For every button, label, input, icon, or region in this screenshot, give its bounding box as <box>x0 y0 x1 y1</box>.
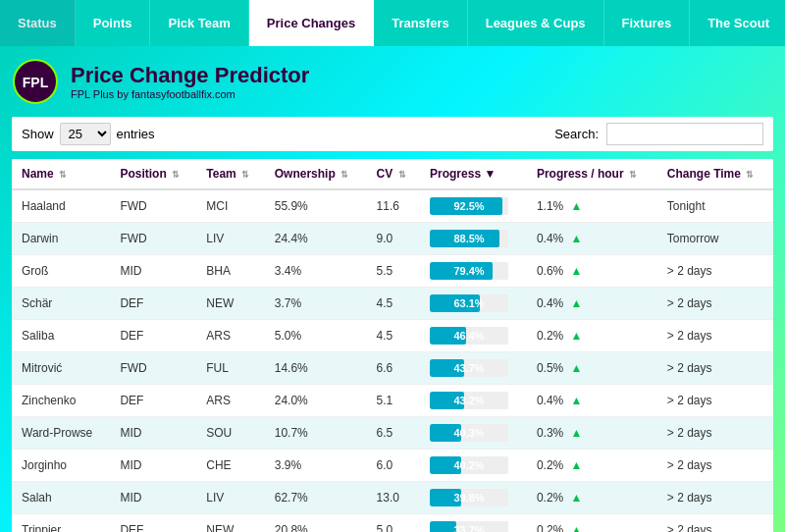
cell-change-time: > 2 days <box>657 320 773 352</box>
col-cv[interactable]: CV ⇅ <box>367 159 420 189</box>
fpl-logo: FPL <box>12 58 59 105</box>
table-controls: Show 25 10 50 100 entries Search: <box>12 117 773 151</box>
cell-progress-per-hour: 0.2% ▲ <box>527 320 657 352</box>
search-input[interactable] <box>606 123 763 145</box>
nav-leagues-cups[interactable]: Leagues & Cups <box>468 0 604 46</box>
cell-progress-per-hour: 0.2% ▲ <box>527 450 657 482</box>
cell-progress-per-hour: 0.4% ▲ <box>527 385 657 417</box>
cell-name: Mitrović <box>12 352 110 385</box>
table-row: Mitrović FWD FUL 14.6% 6.6 43.7% 0.5% ▲ … <box>12 352 773 385</box>
table-row: Schär DEF NEW 3.7% 4.5 63.1% 0.4% ▲ > 2 … <box>12 288 773 320</box>
entries-control: Show 25 10 50 100 entries <box>22 123 155 145</box>
cell-cv: 6.0 <box>367 450 420 482</box>
svg-text:FPL: FPL <box>23 75 49 90</box>
cell-change-time: > 2 days <box>657 385 773 417</box>
cell-position: MID <box>110 417 196 450</box>
col-progress-per-hour[interactable]: Progress / hour ⇅ <box>527 159 657 189</box>
nav-fixtures[interactable]: Fixtures <box>604 0 691 46</box>
nav-pick-team[interactable]: Pick Team <box>150 0 248 46</box>
cell-ownership: 14.6% <box>265 352 367 385</box>
col-position[interactable]: Position ⇅ <box>110 159 196 189</box>
cell-cv: 5.5 <box>367 255 420 288</box>
cell-ownership: 62.7% <box>265 482 367 514</box>
cell-position: MID <box>110 255 196 288</box>
header-text: Price Change Predictor FPL Plus by fanta… <box>71 63 309 100</box>
main-content: FPL Price Change Predictor FPL Plus by f… <box>0 46 785 532</box>
cell-change-time: Tomorrow <box>657 223 773 255</box>
cell-name: Trippier <box>12 514 110 533</box>
cell-position: FWD <box>110 223 196 255</box>
cell-cv: 9.0 <box>367 223 420 255</box>
table-row: Jorginho MID CHE 3.9% 6.0 40.2% 0.2% ▲ >… <box>12 450 773 482</box>
page-subtitle: FPL Plus by fantasyfootballfix.com <box>71 88 309 100</box>
cell-progress-per-hour: 0.6% ▲ <box>527 255 657 288</box>
col-change-time[interactable]: Change Time ⇅ <box>657 159 773 189</box>
cell-cv: 11.6 <box>367 189 420 223</box>
cell-position: DEF <box>110 385 196 417</box>
cell-change-time: > 2 days <box>657 514 773 533</box>
cell-ownership: 20.8% <box>265 514 367 533</box>
col-progress[interactable]: Progress ▼ <box>420 159 527 189</box>
cell-cv: 13.0 <box>367 482 420 514</box>
page-title: Price Change Predictor <box>71 63 309 88</box>
cell-progress: 33.7% <box>420 514 527 533</box>
cell-progress-per-hour: 0.4% ▲ <box>527 223 657 255</box>
cell-progress: 40.3% <box>420 417 527 450</box>
cell-progress-per-hour: 1.1% ▲ <box>527 189 657 223</box>
cell-team: SOU <box>196 417 264 450</box>
cell-progress: 92.5% <box>420 189 527 223</box>
cell-ownership: 3.4% <box>265 255 367 288</box>
table-row: Saliba DEF ARS 5.0% 4.5 46.4% 0.2% ▲ > 2… <box>12 320 773 352</box>
search-control: Search: <box>554 123 763 145</box>
cell-cv: 4.5 <box>367 320 420 352</box>
cell-cv: 5.1 <box>367 385 420 417</box>
cell-ownership: 5.0% <box>265 320 367 352</box>
cell-team: ARS <box>196 320 264 352</box>
cell-change-time: > 2 days <box>657 417 773 450</box>
cell-name: Ward-Prowse <box>12 417 110 450</box>
cell-name: Zinchenko <box>12 385 110 417</box>
cell-position: FWD <box>110 352 196 385</box>
cell-cv: 4.5 <box>367 288 420 320</box>
cell-progress-per-hour: 0.4% ▲ <box>527 288 657 320</box>
cell-progress: 79.4% <box>420 255 527 288</box>
cell-ownership: 55.9% <box>265 189 367 223</box>
cell-team: FUL <box>196 352 264 385</box>
nav-status[interactable]: Status <box>0 0 76 46</box>
entries-label: entries <box>117 127 155 141</box>
nav-price-changes[interactable]: Price Changes <box>249 0 374 46</box>
table-row: Darwin FWD LIV 24.4% 9.0 88.5% 0.4% ▲ To… <box>12 223 773 255</box>
cell-name: Jorginho <box>12 450 110 482</box>
cell-position: MID <box>110 450 196 482</box>
nav-points[interactable]: Points <box>76 0 151 46</box>
entries-select[interactable]: 25 10 50 100 <box>60 123 111 145</box>
nav-the-scout[interactable]: The Scout <box>690 0 785 46</box>
cell-team: LIV <box>196 482 264 514</box>
table-row: Groß MID BHA 3.4% 5.5 79.4% 0.6% ▲ > 2 d… <box>12 255 773 288</box>
cell-position: MID <box>110 482 196 514</box>
navigation: Status Points Pick Team Price Changes Tr… <box>0 0 785 46</box>
cell-change-time: > 2 days <box>657 450 773 482</box>
cell-change-time: > 2 days <box>657 352 773 385</box>
page-header: FPL Price Change Predictor FPL Plus by f… <box>12 58 773 105</box>
price-change-table: Name ⇅ Position ⇅ Team ⇅ Ownership ⇅ CV … <box>12 159 773 532</box>
cell-name: Groß <box>12 255 110 288</box>
table-body: Haaland FWD MCI 55.9% 11.6 92.5% 1.1% ▲ … <box>12 189 773 532</box>
cell-progress: 40.2% <box>420 450 527 482</box>
cell-position: DEF <box>110 514 196 533</box>
cell-change-time: > 2 days <box>657 482 773 514</box>
nav-transfers[interactable]: Transfers <box>374 0 468 46</box>
col-name[interactable]: Name ⇅ <box>12 159 110 189</box>
cell-change-time: > 2 days <box>657 288 773 320</box>
search-label: Search: <box>554 127 599 141</box>
cell-change-time: > 2 days <box>657 255 773 288</box>
cell-team: BHA <box>196 255 264 288</box>
cell-progress: 88.5% <box>420 223 527 255</box>
table-row: Salah MID LIV 62.7% 13.0 39.8% 0.2% ▲ > … <box>12 482 773 514</box>
cell-cv: 6.6 <box>367 352 420 385</box>
cell-team: CHE <box>196 450 264 482</box>
col-ownership[interactable]: Ownership ⇅ <box>265 159 367 189</box>
col-team[interactable]: Team ⇅ <box>196 159 264 189</box>
cell-team: LIV <box>196 223 264 255</box>
cell-cv: 6.5 <box>367 417 420 450</box>
